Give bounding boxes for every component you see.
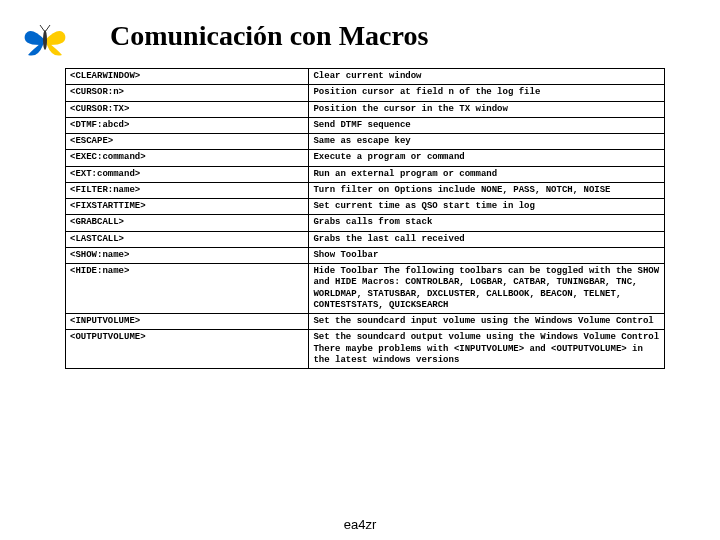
macro-description: Execute a program or command [309,150,665,166]
macro-description: Turn filter on Options include NONE, PAS… [309,182,665,198]
macro-description: Show Toolbar [309,247,665,263]
macro-table: <CLEARWINDOW>Clear current window<CURSOR… [65,68,665,369]
table-row: <GRABCALL>Grabs calls from stack [66,215,665,231]
macro-description: Send DTMF sequence [309,117,665,133]
table-row: <SHOW:name>Show Toolbar [66,247,665,263]
macro-description: Set the soundcard input volume using the… [309,314,665,330]
table-row: <FILTER:name>Turn filter on Options incl… [66,182,665,198]
logo-butterfly [20,20,70,60]
table-row: <CLEARWINDOW>Clear current window [66,69,665,85]
table-row: <CURSOR:n>Position cursor at field n of … [66,85,665,101]
macro-description: Hide Toolbar The following toolbars can … [309,264,665,314]
macro-command: <CURSOR:n> [66,85,309,101]
macro-command: <LASTCALL> [66,231,309,247]
macro-description: Clear current window [309,69,665,85]
macro-command: <HIDE:name> [66,264,309,314]
table-row: <ESCAPE>Same as escape key [66,134,665,150]
table-row: <CURSOR:TX>Position the cursor in the TX… [66,101,665,117]
macro-description: Run an external program or command [309,166,665,182]
macro-command: <ESCAPE> [66,134,309,150]
table-row: <EXEC:command>Execute a program or comma… [66,150,665,166]
footer-text: ea4zr [0,517,720,532]
table-row: <DTMF:abcd>Send DTMF sequence [66,117,665,133]
macro-description: Position the cursor in the TX window [309,101,665,117]
macro-command: <CURSOR:TX> [66,101,309,117]
svg-line-2 [45,25,50,32]
page-title: Comunicación con Macros [110,20,428,52]
macro-command: <EXT:command> [66,166,309,182]
macro-command: <OUTPUTVOLUME> [66,330,309,369]
macro-command: <FILTER:name> [66,182,309,198]
table-row: <LASTCALL>Grabs the last call received [66,231,665,247]
macro-command: <DTMF:abcd> [66,117,309,133]
macro-command: <EXEC:command> [66,150,309,166]
table-row: <HIDE:name>Hide Toolbar The following to… [66,264,665,314]
svg-line-1 [40,25,45,32]
macro-description: Position cursor at field n of the log fi… [309,85,665,101]
macro-description: Grabs the last call received [309,231,665,247]
macro-command: <FIXSTARTTIME> [66,199,309,215]
table-row: <INPUTVOLUME>Set the soundcard input vol… [66,314,665,330]
macro-command: <CLEARWINDOW> [66,69,309,85]
svg-point-0 [43,30,47,50]
table-row: <OUTPUTVOLUME>Set the soundcard output v… [66,330,665,369]
macro-command: <GRABCALL> [66,215,309,231]
table-row: <FIXSTARTTIME>Set current time as QSO st… [66,199,665,215]
macro-description: Grabs calls from stack [309,215,665,231]
macro-description: Set current time as QSO start time in lo… [309,199,665,215]
table-row: <EXT:command>Run an external program or … [66,166,665,182]
macro-command: <INPUTVOLUME> [66,314,309,330]
macro-description: Set the soundcard output volume using th… [309,330,665,369]
macro-description: Same as escape key [309,134,665,150]
macro-command: <SHOW:name> [66,247,309,263]
